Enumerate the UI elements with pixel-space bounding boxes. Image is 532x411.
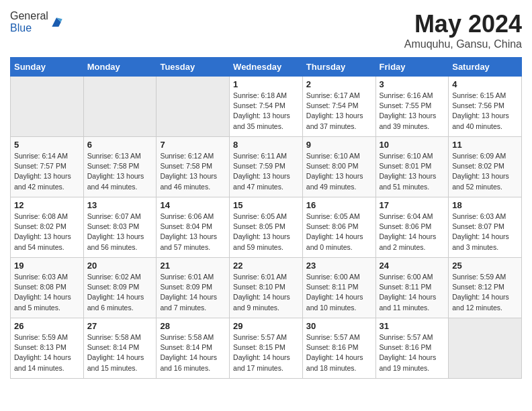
cell-info: Sunrise: 5:59 AMSunset: 8:13 PMDaylight:… [14, 332, 80, 373]
day-number: 4 [452, 79, 518, 89]
cell-info: Sunrise: 6:03 AMSunset: 8:07 PMDaylight:… [452, 212, 518, 253]
day-number: 30 [306, 321, 372, 331]
day-number: 13 [87, 200, 153, 210]
calendar-cell: 17Sunrise: 6:04 AMSunset: 8:06 PMDayligh… [375, 197, 449, 258]
calendar-cell: 2Sunrise: 6:17 AMSunset: 7:54 PMDaylight… [302, 77, 375, 137]
location: Amuquhu, Gansu, China [404, 38, 522, 50]
day-number: 26 [14, 321, 80, 331]
calendar-cell: 13Sunrise: 6:07 AMSunset: 8:03 PMDayligh… [83, 197, 157, 258]
calendar-cell: 6Sunrise: 6:13 AMSunset: 7:58 PMDaylight… [83, 137, 157, 197]
cell-info: Sunrise: 6:18 AMSunset: 7:54 PMDaylight:… [233, 91, 299, 132]
cell-info: Sunrise: 6:10 AMSunset: 8:00 PMDaylight:… [306, 151, 372, 192]
calendar-cell: 30Sunrise: 5:57 AMSunset: 8:16 PMDayligh… [302, 318, 375, 379]
cell-info: Sunrise: 6:10 AMSunset: 8:01 PMDaylight:… [380, 151, 445, 192]
day-number: 7 [160, 140, 226, 150]
calendar-cell: 10Sunrise: 6:10 AMSunset: 8:01 PMDayligh… [375, 137, 449, 197]
day-number: 10 [380, 140, 445, 150]
day-number: 3 [380, 79, 445, 89]
cell-info: Sunrise: 6:01 AMSunset: 8:09 PMDaylight:… [160, 272, 226, 313]
day-number: 29 [233, 321, 299, 331]
calendar-cell: 4Sunrise: 6:15 AMSunset: 7:56 PMDaylight… [449, 77, 522, 137]
day-number: 1 [233, 79, 299, 89]
col-header-wednesday: Wednesday [230, 58, 303, 77]
day-number: 14 [160, 200, 226, 210]
cell-info: Sunrise: 5:58 AMSunset: 8:14 PMDaylight:… [87, 332, 153, 373]
day-number: 12 [14, 200, 80, 210]
day-number: 8 [233, 140, 299, 150]
col-header-thursday: Thursday [302, 58, 375, 77]
calendar-week-row: 12Sunrise: 6:08 AMSunset: 8:02 PMDayligh… [11, 197, 522, 258]
cell-info: Sunrise: 6:00 AMSunset: 8:11 PMDaylight:… [380, 272, 445, 313]
calendar-table: SundayMondayTuesdayWednesdayThursdayFrid… [10, 57, 522, 379]
calendar-cell: 7Sunrise: 6:12 AMSunset: 7:58 PMDaylight… [157, 137, 230, 197]
calendar-cell: 21Sunrise: 6:01 AMSunset: 8:09 PMDayligh… [157, 258, 230, 318]
calendar-cell: 28Sunrise: 5:58 AMSunset: 8:14 PMDayligh… [157, 318, 230, 379]
cell-info: Sunrise: 5:59 AMSunset: 8:12 PMDaylight:… [452, 272, 518, 313]
calendar-cell: 27Sunrise: 5:58 AMSunset: 8:14 PMDayligh… [83, 318, 157, 379]
cell-info: Sunrise: 5:57 AMSunset: 8:16 PMDaylight:… [306, 332, 372, 373]
calendar-cell [449, 318, 522, 379]
calendar-week-row: 1Sunrise: 6:18 AMSunset: 7:54 PMDaylight… [11, 77, 522, 137]
cell-info: Sunrise: 6:03 AMSunset: 8:08 PMDaylight:… [14, 272, 80, 313]
day-number: 5 [14, 140, 80, 150]
col-header-monday: Monday [83, 58, 157, 77]
calendar-cell: 24Sunrise: 6:00 AMSunset: 8:11 PMDayligh… [375, 258, 449, 318]
calendar-cell: 1Sunrise: 6:18 AMSunset: 7:54 PMDaylight… [230, 77, 303, 137]
day-number: 22 [233, 261, 299, 271]
calendar-cell: 29Sunrise: 5:57 AMSunset: 8:15 PMDayligh… [230, 318, 303, 379]
calendar-week-row: 26Sunrise: 5:59 AMSunset: 8:13 PMDayligh… [11, 318, 522, 379]
cell-info: Sunrise: 6:12 AMSunset: 7:58 PMDaylight:… [160, 151, 226, 192]
calendar-cell: 11Sunrise: 6:09 AMSunset: 8:02 PMDayligh… [449, 137, 522, 197]
calendar-cell: 3Sunrise: 6:16 AMSunset: 7:55 PMDaylight… [375, 77, 449, 137]
day-number: 16 [306, 200, 372, 210]
day-number: 20 [87, 261, 153, 271]
calendar-week-row: 19Sunrise: 6:03 AMSunset: 8:08 PMDayligh… [11, 258, 522, 318]
calendar-cell: 18Sunrise: 6:03 AMSunset: 8:07 PMDayligh… [449, 197, 522, 258]
day-number: 11 [452, 140, 518, 150]
calendar-cell: 15Sunrise: 6:05 AMSunset: 8:05 PMDayligh… [230, 197, 303, 258]
calendar-cell: 12Sunrise: 6:08 AMSunset: 8:02 PMDayligh… [11, 197, 84, 258]
day-number: 24 [380, 261, 445, 271]
title-block: May 2024 Amuquhu, Gansu, China [404, 10, 522, 50]
cell-info: Sunrise: 5:58 AMSunset: 8:14 PMDaylight:… [160, 332, 226, 373]
calendar-cell: 22Sunrise: 6:01 AMSunset: 8:10 PMDayligh… [230, 258, 303, 318]
cell-info: Sunrise: 6:06 AMSunset: 8:04 PMDaylight:… [160, 212, 226, 253]
day-number: 25 [452, 261, 518, 271]
day-number: 23 [306, 261, 372, 271]
logo-blue-text: Blue [10, 22, 32, 34]
calendar-cell: 20Sunrise: 6:02 AMSunset: 8:09 PMDayligh… [83, 258, 157, 318]
calendar-cell: 23Sunrise: 6:00 AMSunset: 8:11 PMDayligh… [302, 258, 375, 318]
calendar-cell: 19Sunrise: 6:03 AMSunset: 8:08 PMDayligh… [11, 258, 84, 318]
cell-info: Sunrise: 5:57 AMSunset: 8:15 PMDaylight:… [233, 332, 299, 373]
day-number: 28 [160, 321, 226, 331]
cell-info: Sunrise: 6:17 AMSunset: 7:54 PMDaylight:… [306, 91, 372, 132]
cell-info: Sunrise: 6:11 AMSunset: 7:59 PMDaylight:… [233, 151, 299, 192]
cell-info: Sunrise: 6:09 AMSunset: 8:02 PMDaylight:… [452, 151, 518, 192]
cell-info: Sunrise: 6:14 AMSunset: 7:57 PMDaylight:… [14, 151, 80, 192]
calendar-cell: 14Sunrise: 6:06 AMSunset: 8:04 PMDayligh… [157, 197, 230, 258]
calendar-cell [83, 77, 157, 137]
day-number: 6 [87, 140, 153, 150]
day-number: 9 [306, 140, 372, 150]
calendar-cell [157, 77, 230, 137]
col-header-friday: Friday [375, 58, 449, 77]
cell-info: Sunrise: 6:00 AMSunset: 8:11 PMDaylight:… [306, 272, 372, 313]
cell-info: Sunrise: 6:01 AMSunset: 8:10 PMDaylight:… [233, 272, 299, 313]
day-number: 31 [380, 321, 445, 331]
day-number: 2 [306, 79, 372, 89]
calendar-cell: 26Sunrise: 5:59 AMSunset: 8:13 PMDayligh… [11, 318, 84, 379]
cell-info: Sunrise: 5:57 AMSunset: 8:16 PMDaylight:… [380, 332, 445, 373]
calendar-header-row: SundayMondayTuesdayWednesdayThursdayFrid… [11, 58, 522, 77]
calendar-cell: 31Sunrise: 5:57 AMSunset: 8:16 PMDayligh… [375, 318, 449, 379]
logo-general-text: General [10, 10, 48, 21]
calendar-cell [11, 77, 84, 137]
day-number: 19 [14, 261, 80, 271]
cell-info: Sunrise: 6:16 AMSunset: 7:55 PMDaylight:… [380, 91, 445, 132]
cell-info: Sunrise: 6:08 AMSunset: 8:02 PMDaylight:… [14, 212, 80, 253]
calendar-cell: 9Sunrise: 6:10 AMSunset: 8:00 PMDaylight… [302, 137, 375, 197]
cell-info: Sunrise: 6:04 AMSunset: 8:06 PMDaylight:… [380, 212, 445, 253]
col-header-saturday: Saturday [449, 58, 522, 77]
logo: General Blue [10, 10, 63, 34]
calendar-week-row: 5Sunrise: 6:14 AMSunset: 7:57 PMDaylight… [11, 137, 522, 197]
col-header-sunday: Sunday [11, 58, 84, 77]
